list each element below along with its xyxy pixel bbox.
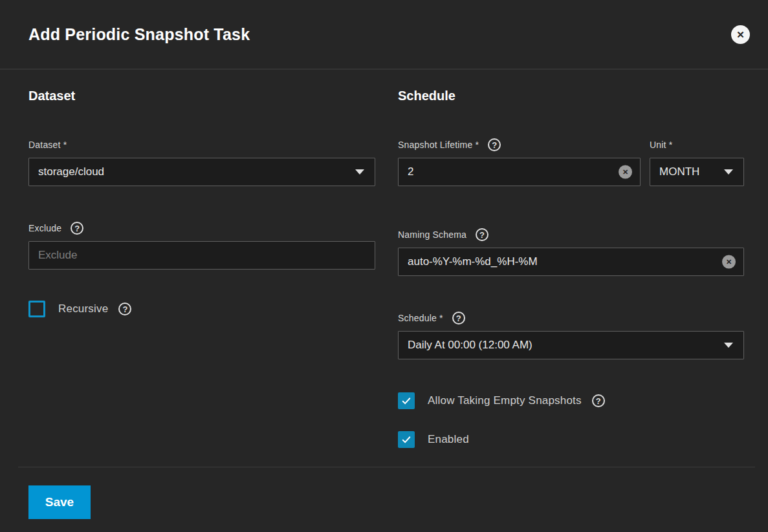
- clear-input-button[interactable]: ✕: [722, 255, 736, 269]
- unit-field: Unit * MONTH: [650, 138, 744, 186]
- lifetime-unit-row: Snapshot Lifetime * ? ✕ Unit *: [398, 138, 744, 186]
- help-icon[interactable]: ?: [452, 312, 465, 325]
- enabled-field: Enabled: [398, 431, 744, 448]
- enabled-label: Enabled: [428, 433, 469, 446]
- unit-select-value: MONTH: [659, 165, 718, 178]
- allow-empty-snapshots-label: Allow Taking Empty Snapshots: [428, 394, 582, 407]
- naming-schema-field: Naming Schema ? ✕: [398, 228, 744, 276]
- dataset-section: Dataset Dataset * storage/cloud Exclude …: [28, 89, 375, 467]
- schedule-section-heading: Schedule: [398, 89, 744, 103]
- help-icon[interactable]: ?: [118, 303, 131, 315]
- naming-schema-input[interactable]: [398, 248, 744, 276]
- chevron-down-icon: [724, 169, 733, 175]
- snapshot-lifetime-field: Snapshot Lifetime * ? ✕: [398, 138, 641, 186]
- schedule-field: Schedule * ? Daily At 00:00 (12:00 AM): [398, 312, 744, 359]
- check-icon: [400, 434, 412, 445]
- schedule-select-value: Daily At 00:00 (12:00 AM): [408, 339, 718, 352]
- help-icon[interactable]: ?: [592, 394, 605, 407]
- allow-empty-snapshots-field: Allow Taking Empty Snapshots ?: [398, 392, 744, 409]
- naming-schema-label: Naming Schema: [398, 229, 466, 240]
- dataset-field: Dataset * storage/cloud: [28, 138, 375, 186]
- unit-field-label: Unit *: [650, 140, 672, 150]
- snapshot-lifetime-input[interactable]: [398, 158, 641, 186]
- exclude-field: Exclude ?: [28, 222, 375, 270]
- exclude-input[interactable]: [28, 241, 375, 270]
- add-periodic-snapshot-task-dialog: Add Periodic Snapshot Task ✕ Dataset Dat…: [0, 0, 768, 519]
- snapshot-lifetime-label: Snapshot Lifetime *: [398, 140, 479, 150]
- chevron-down-icon: [355, 169, 364, 175]
- dataset-section-heading: Dataset: [28, 89, 375, 103]
- help-icon[interactable]: ?: [476, 228, 488, 241]
- enabled-checkbox[interactable]: [398, 431, 415, 448]
- schedule-field-label: Schedule *: [398, 313, 443, 323]
- dataset-select-value: storage/cloud: [38, 165, 349, 178]
- recursive-checkbox[interactable]: [28, 301, 45, 317]
- exclude-field-label: Exclude: [28, 223, 61, 233]
- dialog-title: Add Periodic Snapshot Task: [28, 25, 731, 44]
- dialog-header: Add Periodic Snapshot Task ✕: [0, 0, 768, 70]
- clear-input-button[interactable]: ✕: [619, 165, 632, 179]
- allow-empty-snapshots-checkbox[interactable]: [398, 392, 415, 409]
- help-icon[interactable]: ?: [71, 222, 83, 235]
- dataset-select[interactable]: storage/cloud: [28, 158, 375, 186]
- schedule-section: Schedule Snapshot Lifetime * ? ✕: [398, 89, 744, 467]
- clear-icon: ✕: [622, 169, 628, 176]
- schedule-select[interactable]: Daily At 00:00 (12:00 AM): [398, 331, 744, 359]
- chevron-down-icon: [724, 343, 733, 348]
- save-button[interactable]: Save: [28, 485, 91, 519]
- dialog-body: Dataset Dataset * storage/cloud Exclude …: [0, 70, 768, 467]
- help-icon[interactable]: ?: [488, 138, 501, 151]
- unit-select[interactable]: MONTH: [650, 158, 744, 186]
- close-button[interactable]: ✕: [731, 25, 750, 44]
- dialog-footer: Save: [0, 467, 768, 519]
- dataset-field-label: Dataset *: [28, 140, 67, 150]
- check-icon: [400, 395, 412, 407]
- close-icon: ✕: [736, 30, 745, 39]
- clear-icon: ✕: [726, 259, 732, 266]
- recursive-field: Recursive ?: [28, 301, 375, 317]
- recursive-label: Recursive: [58, 303, 108, 315]
